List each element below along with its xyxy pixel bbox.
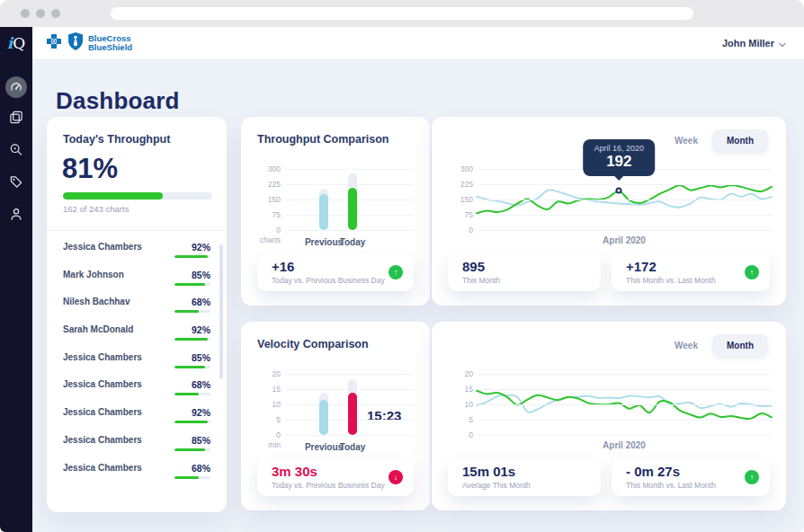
person-name: Jessica Chambers [63, 242, 142, 252]
person-name: Jessica Chambers [63, 379, 142, 389]
cross-icon [45, 32, 63, 54]
window-minimize-button[interactable] [36, 9, 45, 18]
tag-icon [10, 175, 23, 189]
stat-pill: - 0m 27s This Month vs. Last Month ↑ [612, 458, 770, 496]
y-axis-tick: 0 [257, 226, 281, 235]
chart-tooltip: April 16, 2020 192 [584, 139, 656, 177]
month-toggle-button[interactable]: Month [712, 334, 768, 357]
throughput-person-row: Jessica Chambers68% [63, 456, 210, 483]
address-bar[interactable] [111, 7, 693, 20]
person-percent: 92% [192, 324, 210, 335]
y-axis-tick: 225 [450, 180, 473, 189]
stat-value: 3m 30s [272, 464, 317, 479]
y-axis-unit: charts [257, 235, 281, 244]
search-icon [10, 143, 23, 156]
person-progress-track [174, 421, 210, 423]
person-percent: 85% [192, 435, 210, 446]
person-progress-track [174, 338, 210, 341]
person-progress-track [174, 283, 210, 286]
week-toggle-button[interactable]: Week [674, 136, 698, 146]
bluecross-blueshield-logo: BlueCross BlueShield [45, 32, 132, 54]
person-percent: 85% [192, 352, 210, 363]
throughput-person-row: Jessica Chambers92% [63, 235, 210, 262]
last-month-line [477, 190, 772, 208]
y-axis-tick: 75 [450, 210, 473, 219]
velocity-line-chart: April 2020 20151050 [450, 374, 772, 435]
sidebar-item-search[interactable] [10, 143, 23, 156]
bar-label-today: Today [326, 237, 380, 247]
stat-pill: 15m 01s Average This Month [448, 458, 601, 496]
user-menu[interactable]: John Miller [722, 27, 786, 59]
stat-value: 895 [462, 259, 485, 274]
throughput-person-row: Jessica Chambers92% [63, 400, 210, 428]
sidebar-item-charts[interactable] [10, 111, 23, 124]
person-percent: 68% [192, 379, 210, 390]
sidebar-item-tags[interactable] [10, 175, 23, 189]
person-name: Jessica Chambers [63, 407, 142, 417]
month-toggle-button[interactable]: Month [712, 129, 768, 152]
stat-caption: Today vs. Previous Business Day [272, 481, 385, 490]
throughput-progress-track [63, 192, 212, 200]
throughput-person-row: Nilesh Bachhav68% [63, 289, 210, 317]
page-title: Dashboard [56, 87, 180, 115]
stat-value: - 0m 27s [626, 464, 680, 479]
y-axis-tick: 0 [450, 430, 473, 439]
stat-value: +172 [626, 259, 657, 274]
sidebar-item-users[interactable] [10, 208, 23, 221]
throughput-percent: 81% [62, 153, 118, 185]
divider [47, 230, 227, 231]
today-bar [348, 393, 357, 435]
person-progress-track [174, 310, 210, 313]
list-scrollbar[interactable] [219, 244, 223, 379]
person-name: Nilesh Bachhav [63, 297, 130, 306]
person-name: Sarah McDonald [63, 324, 133, 334]
velocity-bar-chart: min 15:23 Previous Today 20151050 [257, 374, 414, 435]
person-percent: 85% [192, 270, 210, 280]
person-name: Jessica Chambers [63, 435, 142, 445]
trend-down-icon: ↓ [389, 470, 403, 484]
throughput-trend-card: Week Month April 16, 2020 192 April 2020… [432, 117, 786, 306]
person-progress-fill [174, 338, 208, 341]
throughput-progress-fill [63, 192, 163, 200]
throughput-bar-chart: charts Previous Today 300225150750 [257, 169, 414, 230]
card-title: Throughput Comparison [257, 133, 389, 146]
person-name: Jessica Chambers [63, 463, 142, 473]
y-axis-tick: 15 [257, 385, 281, 394]
stat-caption: This Month [462, 276, 500, 285]
gauge-icon [10, 81, 22, 93]
sidebar-item-dashboard[interactable] [5, 76, 27, 98]
grid-line [286, 374, 414, 375]
stat-caption: This Month vs. Last Month [626, 481, 716, 490]
tooltip-date: April 16, 2020 [594, 144, 645, 153]
grid-line [478, 435, 772, 436]
todays-throughput-card: Today's Throughput 81% 162 of 243 charts… [47, 117, 227, 512]
person-name: Jessica Chambers [63, 352, 142, 362]
person-percent: 92% [192, 242, 210, 253]
grid-line [286, 230, 414, 231]
person-name: Mark Johnson [63, 270, 124, 279]
browser-title-bar [0, 0, 804, 27]
shield-icon [67, 32, 84, 54]
bar-label-today: Today [326, 442, 380, 452]
grid-line [478, 420, 772, 421]
window-close-button[interactable] [21, 9, 30, 18]
card-title: Velocity Comparison [257, 338, 369, 350]
window-zoom-button[interactable] [51, 9, 60, 18]
person-percent: 92% [192, 407, 210, 418]
y-axis-tick: 10 [257, 400, 281, 409]
throughput-person-row: Mark Johnson85% [63, 262, 210, 290]
y-axis-tick: 0 [450, 226, 473, 235]
y-axis-tick: 15 [450, 385, 473, 394]
throughput-subtitle: 162 of 243 charts [63, 204, 129, 214]
period-toggle: Week Month [674, 129, 768, 152]
week-toggle-button[interactable]: Week [674, 341, 698, 350]
y-axis-tick: 225 [257, 180, 281, 189]
y-axis-tick: 75 [257, 210, 281, 219]
user-icon [10, 208, 23, 221]
stat-pill: +172 This Month vs. Last Month ↑ [612, 253, 770, 291]
person-percent: 68% [192, 297, 210, 307]
grid-line [478, 374, 772, 375]
throughput-people-list: Jessica Chambers92%Mark Johnson85%Nilesh… [47, 235, 227, 483]
person-progress-fill [174, 476, 199, 479]
person-progress-track [174, 255, 210, 258]
